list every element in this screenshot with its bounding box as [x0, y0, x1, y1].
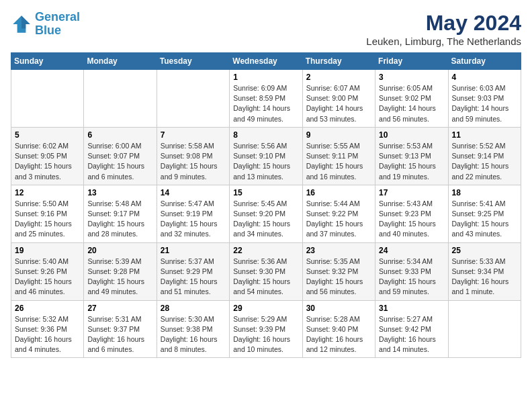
calendar-cell: 1Sunrise: 6:09 AM Sunset: 8:59 PM Daylig… — [230, 70, 302, 128]
logo-icon — [11, 13, 32, 35]
calendar-cell: 23Sunrise: 5:35 AM Sunset: 9:32 PM Dayli… — [302, 242, 375, 300]
day-number: 28 — [161, 304, 226, 313]
day-info: Sunrise: 5:48 AM Sunset: 9:17 PM Dayligh… — [87, 199, 152, 240]
week-row-5: 26Sunrise: 5:32 AM Sunset: 9:36 PM Dayli… — [11, 300, 521, 358]
calendar-cell: 25Sunrise: 5:33 AM Sunset: 9:34 PM Dayli… — [448, 242, 521, 300]
day-number: 7 — [161, 130, 226, 140]
day-info: Sunrise: 5:40 AM Sunset: 9:26 PM Dayligh… — [15, 257, 80, 298]
calendar-cell: 10Sunrise: 5:53 AM Sunset: 9:13 PM Dayli… — [375, 127, 448, 185]
calendar-cell: 3Sunrise: 6:05 AM Sunset: 9:02 PM Daylig… — [375, 70, 448, 128]
logo-text: General Blue — [35, 11, 80, 38]
title-area: May 2024 Leuken, Limburg, The Netherland… — [366, 11, 521, 47]
calendar-cell — [448, 300, 521, 358]
day-info: Sunrise: 5:39 AM Sunset: 9:28 PM Dayligh… — [87, 257, 152, 298]
day-number: 27 — [87, 304, 152, 313]
day-number: 18 — [452, 188, 517, 197]
day-number: 3 — [379, 73, 444, 82]
day-number: 14 — [161, 188, 226, 197]
calendar-cell: 4Sunrise: 6:03 AM Sunset: 9:03 PM Daylig… — [448, 70, 521, 128]
calendar-cell: 28Sunrise: 5:30 AM Sunset: 9:38 PM Dayli… — [157, 300, 229, 358]
calendar-cell: 24Sunrise: 5:34 AM Sunset: 9:33 PM Dayli… — [375, 242, 448, 300]
calendar-cell: 13Sunrise: 5:48 AM Sunset: 9:17 PM Dayli… — [84, 185, 157, 242]
day-number: 30 — [306, 304, 371, 313]
calendar-table: SundayMondayTuesdayWednesdayThursdayFrid… — [11, 52, 521, 358]
day-info: Sunrise: 5:34 AM Sunset: 9:33 PM Dayligh… — [379, 257, 444, 298]
day-info: Sunrise: 6:02 AM Sunset: 9:05 PM Dayligh… — [15, 141, 80, 182]
week-row-1: 1Sunrise: 6:09 AM Sunset: 8:59 PM Daylig… — [11, 70, 521, 128]
weekday-header-monday: Monday — [84, 53, 157, 70]
calendar-cell: 17Sunrise: 5:43 AM Sunset: 9:23 PM Dayli… — [375, 185, 448, 242]
week-row-4: 19Sunrise: 5:40 AM Sunset: 9:26 PM Dayli… — [11, 242, 521, 300]
calendar-cell: 21Sunrise: 5:37 AM Sunset: 9:29 PM Dayli… — [157, 242, 229, 300]
location-title: Leuken, Limburg, The Netherlands — [366, 36, 521, 47]
day-info: Sunrise: 5:43 AM Sunset: 9:23 PM Dayligh… — [379, 199, 444, 240]
page-header: General Blue May 2024 Leuken, Limburg, T… — [11, 11, 521, 47]
day-number: 22 — [233, 246, 298, 255]
day-info: Sunrise: 6:05 AM Sunset: 9:02 PM Dayligh… — [379, 83, 444, 124]
svg-marker-1 — [21, 15, 30, 28]
calendar-cell: 30Sunrise: 5:28 AM Sunset: 9:40 PM Dayli… — [302, 300, 375, 358]
day-info: Sunrise: 6:00 AM Sunset: 9:07 PM Dayligh… — [87, 141, 152, 182]
day-info: Sunrise: 5:58 AM Sunset: 9:08 PM Dayligh… — [161, 141, 226, 182]
weekday-header-wednesday: Wednesday — [230, 53, 302, 70]
day-info: Sunrise: 5:53 AM Sunset: 9:13 PM Dayligh… — [379, 141, 444, 182]
weekday-header-tuesday: Tuesday — [157, 53, 229, 70]
day-info: Sunrise: 5:32 AM Sunset: 9:36 PM Dayligh… — [15, 314, 80, 355]
calendar-cell: 5Sunrise: 6:02 AM Sunset: 9:05 PM Daylig… — [11, 127, 84, 185]
day-number: 13 — [87, 188, 152, 197]
calendar-cell: 31Sunrise: 5:27 AM Sunset: 9:42 PM Dayli… — [375, 300, 448, 358]
day-info: Sunrise: 5:56 AM Sunset: 9:10 PM Dayligh… — [233, 141, 298, 182]
week-row-2: 5Sunrise: 6:02 AM Sunset: 9:05 PM Daylig… — [11, 127, 521, 185]
calendar-cell — [157, 70, 229, 128]
calendar-cell: 22Sunrise: 5:36 AM Sunset: 9:30 PM Dayli… — [230, 242, 302, 300]
calendar-cell: 12Sunrise: 5:50 AM Sunset: 9:16 PM Dayli… — [11, 185, 84, 242]
day-number: 11 — [452, 130, 517, 140]
day-number: 29 — [233, 304, 298, 313]
day-number: 17 — [379, 188, 444, 197]
day-number: 9 — [306, 130, 371, 140]
weekday-header-row: SundayMondayTuesdayWednesdayThursdayFrid… — [11, 53, 521, 70]
calendar-cell: 9Sunrise: 5:55 AM Sunset: 9:11 PM Daylig… — [302, 127, 375, 185]
day-number: 23 — [306, 246, 371, 255]
month-title: May 2024 — [366, 11, 521, 36]
day-info: Sunrise: 5:52 AM Sunset: 9:14 PM Dayligh… — [452, 141, 517, 182]
day-number: 6 — [87, 130, 152, 140]
weekday-header-sunday: Sunday — [11, 53, 84, 70]
day-info: Sunrise: 5:36 AM Sunset: 9:30 PM Dayligh… — [233, 257, 298, 298]
calendar-cell: 16Sunrise: 5:44 AM Sunset: 9:22 PM Dayli… — [302, 185, 375, 242]
day-number: 16 — [306, 188, 371, 197]
calendar-cell: 26Sunrise: 5:32 AM Sunset: 9:36 PM Dayli… — [11, 300, 84, 358]
weekday-header-thursday: Thursday — [302, 53, 375, 70]
day-info: Sunrise: 5:45 AM Sunset: 9:20 PM Dayligh… — [233, 199, 298, 240]
week-row-3: 12Sunrise: 5:50 AM Sunset: 9:16 PM Dayli… — [11, 185, 521, 242]
calendar-cell: 29Sunrise: 5:29 AM Sunset: 9:39 PM Dayli… — [230, 300, 302, 358]
calendar-cell: 8Sunrise: 5:56 AM Sunset: 9:10 PM Daylig… — [230, 127, 302, 185]
calendar-cell: 11Sunrise: 5:52 AM Sunset: 9:14 PM Dayli… — [448, 127, 521, 185]
calendar-cell: 6Sunrise: 6:00 AM Sunset: 9:07 PM Daylig… — [84, 127, 157, 185]
day-info: Sunrise: 5:37 AM Sunset: 9:29 PM Dayligh… — [161, 257, 226, 298]
day-info: Sunrise: 5:55 AM Sunset: 9:11 PM Dayligh… — [306, 141, 371, 182]
day-info: Sunrise: 5:30 AM Sunset: 9:38 PM Dayligh… — [161, 314, 226, 355]
calendar-cell — [84, 70, 157, 128]
day-info: Sunrise: 5:47 AM Sunset: 9:19 PM Dayligh… — [161, 199, 226, 240]
day-info: Sunrise: 6:03 AM Sunset: 9:03 PM Dayligh… — [452, 83, 517, 124]
calendar-cell: 20Sunrise: 5:39 AM Sunset: 9:28 PM Dayli… — [84, 242, 157, 300]
day-info: Sunrise: 5:41 AM Sunset: 9:25 PM Dayligh… — [452, 199, 517, 240]
weekday-header-friday: Friday — [375, 53, 448, 70]
day-number: 12 — [15, 188, 80, 197]
day-number: 1 — [233, 73, 298, 82]
day-number: 2 — [306, 73, 371, 82]
day-number: 4 — [452, 73, 517, 82]
day-number: 8 — [233, 130, 298, 140]
calendar-cell — [11, 70, 84, 128]
day-number: 21 — [161, 246, 226, 255]
day-number: 10 — [379, 130, 444, 140]
day-number: 25 — [452, 246, 517, 255]
day-info: Sunrise: 5:35 AM Sunset: 9:32 PM Dayligh… — [306, 257, 371, 298]
day-number: 24 — [379, 246, 444, 255]
logo: General Blue — [11, 11, 80, 38]
weekday-header-saturday: Saturday — [448, 53, 521, 70]
calendar-cell: 7Sunrise: 5:58 AM Sunset: 9:08 PM Daylig… — [157, 127, 229, 185]
day-info: Sunrise: 6:07 AM Sunset: 9:00 PM Dayligh… — [306, 83, 371, 124]
day-number: 26 — [15, 304, 80, 313]
